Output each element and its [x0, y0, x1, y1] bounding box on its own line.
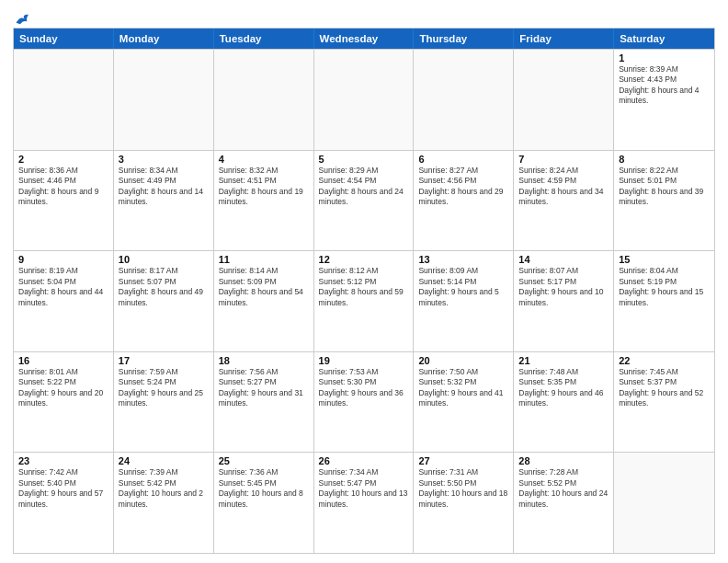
day-number: 11 [219, 254, 310, 265]
logo [13, 13, 31, 22]
cell-info: Sunrise: 7:34 AM Sunset: 5:47 PM Dayligh… [319, 467, 410, 510]
cal-cell: 16Sunrise: 8:01 AM Sunset: 5:22 PM Dayli… [14, 352, 114, 453]
cell-info: Sunrise: 8:27 AM Sunset: 4:56 PM Dayligh… [418, 166, 509, 208]
day-number: 20 [418, 355, 509, 366]
cell-info: Sunrise: 7:28 AM Sunset: 5:52 PM Dayligh… [518, 467, 609, 510]
day-number: 5 [319, 154, 410, 165]
cal-week-1: 1Sunrise: 8:39 AM Sunset: 4:43 PM Daylig… [14, 49, 714, 150]
cal-week-2: 2Sunrise: 8:36 AM Sunset: 4:46 PM Daylig… [14, 150, 714, 251]
cal-week-4: 16Sunrise: 8:01 AM Sunset: 5:22 PM Dayli… [14, 351, 714, 453]
cell-info: Sunrise: 8:07 AM Sunset: 5:17 PM Dayligh… [518, 266, 609, 308]
cal-cell: 13Sunrise: 8:09 AM Sunset: 5:14 PM Dayli… [414, 251, 514, 351]
cal-cell: 15Sunrise: 8:04 AM Sunset: 5:19 PM Dayli… [614, 251, 714, 351]
cell-info: Sunrise: 8:04 AM Sunset: 5:19 PM Dayligh… [619, 266, 711, 308]
cal-cell [114, 50, 214, 150]
cal-cell [14, 50, 114, 150]
day-number: 19 [319, 355, 410, 366]
calendar: SundayMondayTuesdayWednesdayThursdayFrid… [13, 28, 715, 554]
cell-info: Sunrise: 7:36 AM Sunset: 5:45 PM Dayligh… [219, 467, 310, 510]
calendar-body: 1Sunrise: 8:39 AM Sunset: 4:43 PM Daylig… [14, 49, 714, 553]
day-number: 24 [119, 455, 210, 466]
cell-info: Sunrise: 7:59 AM Sunset: 5:24 PM Dayligh… [119, 367, 210, 409]
cell-info: Sunrise: 8:17 AM Sunset: 5:07 PM Dayligh… [119, 266, 210, 308]
cell-info: Sunrise: 7:53 AM Sunset: 5:30 PM Dayligh… [319, 367, 410, 409]
cell-info: Sunrise: 8:12 AM Sunset: 5:12 PM Dayligh… [319, 266, 410, 308]
day-number: 14 [518, 254, 609, 265]
cell-info: Sunrise: 7:48 AM Sunset: 5:35 PM Dayligh… [518, 367, 609, 409]
cal-cell: 20Sunrise: 7:50 AM Sunset: 5:32 PM Dayli… [414, 352, 514, 453]
cal-week-5: 23Sunrise: 7:42 AM Sunset: 5:40 PM Dayli… [14, 452, 714, 553]
day-number: 13 [418, 254, 509, 265]
cal-cell: 5Sunrise: 8:29 AM Sunset: 4:54 PM Daylig… [314, 151, 415, 251]
day-number: 2 [18, 154, 109, 165]
cell-info: Sunrise: 7:31 AM Sunset: 5:50 PM Dayligh… [418, 467, 509, 510]
cal-cell: 25Sunrise: 7:36 AM Sunset: 5:45 PM Dayli… [214, 453, 314, 553]
day-number: 28 [518, 455, 609, 466]
day-number: 4 [219, 154, 310, 165]
cell-info: Sunrise: 8:22 AM Sunset: 5:01 PM Dayligh… [619, 166, 711, 208]
day-number: 3 [119, 154, 210, 165]
day-number: 7 [518, 154, 609, 165]
cal-cell [614, 453, 714, 553]
cal-header-sunday: Sunday [14, 29, 114, 49]
cal-header-friday: Friday [514, 29, 614, 49]
day-number: 26 [319, 455, 410, 466]
day-number: 10 [119, 254, 210, 265]
cell-info: Sunrise: 7:42 AM Sunset: 5:40 PM Dayligh… [18, 467, 109, 510]
cell-info: Sunrise: 7:39 AM Sunset: 5:42 PM Dayligh… [119, 467, 210, 510]
day-number: 6 [418, 154, 509, 165]
cell-info: Sunrise: 8:39 AM Sunset: 4:43 PM Dayligh… [619, 64, 711, 107]
cal-cell: 14Sunrise: 8:07 AM Sunset: 5:17 PM Dayli… [514, 251, 614, 351]
cal-header-thursday: Thursday [414, 29, 514, 49]
day-number: 15 [619, 254, 711, 265]
cell-info: Sunrise: 8:14 AM Sunset: 5:09 PM Dayligh… [219, 266, 310, 308]
cal-header-monday: Monday [114, 29, 214, 49]
cell-info: Sunrise: 8:29 AM Sunset: 4:54 PM Dayligh… [319, 166, 410, 208]
calendar-header: SundayMondayTuesdayWednesdayThursdayFrid… [14, 29, 714, 49]
day-number: 21 [518, 355, 609, 366]
cal-cell: 18Sunrise: 7:56 AM Sunset: 5:27 PM Dayli… [214, 352, 314, 453]
day-number: 8 [619, 154, 711, 165]
cell-info: Sunrise: 8:34 AM Sunset: 4:49 PM Dayligh… [119, 166, 210, 208]
cal-cell: 7Sunrise: 8:24 AM Sunset: 4:59 PM Daylig… [514, 151, 614, 251]
day-number: 23 [18, 455, 109, 466]
logo-bird-icon [15, 13, 31, 26]
cal-cell: 27Sunrise: 7:31 AM Sunset: 5:50 PM Dayli… [414, 453, 514, 553]
cal-cell: 24Sunrise: 7:39 AM Sunset: 5:42 PM Dayli… [114, 453, 214, 553]
day-number: 1 [619, 52, 711, 63]
cal-cell: 23Sunrise: 7:42 AM Sunset: 5:40 PM Dayli… [14, 453, 114, 553]
cell-info: Sunrise: 7:45 AM Sunset: 5:37 PM Dayligh… [619, 367, 711, 409]
cal-cell: 9Sunrise: 8:19 AM Sunset: 5:04 PM Daylig… [14, 251, 114, 351]
cell-info: Sunrise: 8:09 AM Sunset: 5:14 PM Dayligh… [418, 266, 509, 308]
cal-week-3: 9Sunrise: 8:19 AM Sunset: 5:04 PM Daylig… [14, 250, 714, 351]
cell-info: Sunrise: 7:50 AM Sunset: 5:32 PM Dayligh… [418, 367, 509, 409]
day-number: 27 [418, 455, 509, 466]
day-number: 25 [219, 455, 310, 466]
cal-cell [414, 50, 514, 150]
cell-info: Sunrise: 8:32 AM Sunset: 4:51 PM Dayligh… [219, 166, 310, 208]
cell-info: Sunrise: 8:01 AM Sunset: 5:22 PM Dayligh… [18, 367, 109, 409]
cal-cell: 10Sunrise: 8:17 AM Sunset: 5:07 PM Dayli… [114, 251, 214, 351]
header [13, 9, 715, 22]
cal-cell: 11Sunrise: 8:14 AM Sunset: 5:09 PM Dayli… [214, 251, 314, 351]
cal-header-tuesday: Tuesday [214, 29, 314, 49]
cal-cell [214, 50, 314, 150]
cell-info: Sunrise: 8:24 AM Sunset: 4:59 PM Dayligh… [518, 166, 609, 208]
cal-cell: 1Sunrise: 8:39 AM Sunset: 4:43 PM Daylig… [614, 50, 714, 150]
day-number: 22 [619, 355, 711, 366]
cal-cell: 2Sunrise: 8:36 AM Sunset: 4:46 PM Daylig… [14, 151, 114, 251]
cal-cell: 8Sunrise: 8:22 AM Sunset: 5:01 PM Daylig… [614, 151, 714, 251]
cal-cell [314, 50, 415, 150]
cal-header-saturday: Saturday [614, 29, 714, 49]
day-number: 18 [219, 355, 310, 366]
day-number: 9 [18, 254, 109, 265]
cal-cell: 6Sunrise: 8:27 AM Sunset: 4:56 PM Daylig… [414, 151, 514, 251]
cal-cell: 17Sunrise: 7:59 AM Sunset: 5:24 PM Dayli… [114, 352, 214, 453]
day-number: 17 [119, 355, 210, 366]
cal-cell: 21Sunrise: 7:48 AM Sunset: 5:35 PM Dayli… [514, 352, 614, 453]
cal-cell: 12Sunrise: 8:12 AM Sunset: 5:12 PM Dayli… [314, 251, 415, 351]
day-number: 16 [18, 355, 109, 366]
cal-header-wednesday: Wednesday [314, 29, 415, 49]
cell-info: Sunrise: 8:36 AM Sunset: 4:46 PM Dayligh… [18, 166, 109, 208]
cell-info: Sunrise: 7:56 AM Sunset: 5:27 PM Dayligh… [219, 367, 310, 409]
